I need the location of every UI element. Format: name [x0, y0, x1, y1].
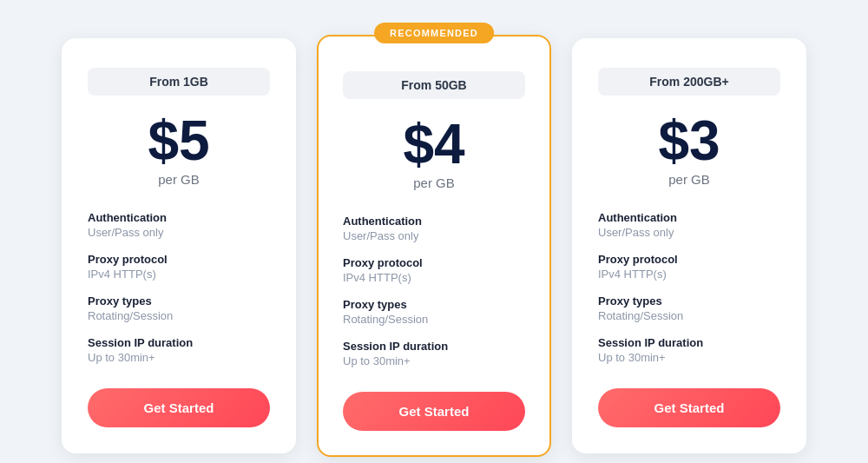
get-started-button[interactable]: Get Started: [343, 392, 525, 431]
feature-label: Proxy types: [598, 294, 780, 308]
feature-value: User/Pass only: [598, 226, 780, 239]
feature-label: Authentication: [598, 211, 780, 224]
feature-label: Authentication: [88, 211, 270, 224]
feature-value: User/Pass only: [88, 226, 270, 239]
feature-label: Proxy protocol: [598, 253, 780, 266]
price-unit: per GB: [88, 172, 270, 187]
features-list: Authentication User/Pass only Proxy prot…: [88, 211, 270, 364]
tier-label: From 50GB: [343, 71, 525, 99]
feature-value: IPv4 HTTP(s): [598, 268, 780, 281]
feature-item: Proxy types Rotating/Session: [88, 294, 270, 322]
feature-value: Up to 30min+: [343, 354, 525, 367]
feature-item: Session IP duration Up to 30min+: [598, 336, 780, 364]
pricing-container: From 1GB $5 per GB Authentication User/P…: [0, 0, 868, 463]
features-list: Authentication User/Pass only Proxy prot…: [343, 215, 525, 367]
price-unit: per GB: [598, 172, 780, 187]
feature-item: Proxy protocol IPv4 HTTP(s): [598, 253, 780, 281]
price-amount: $3: [598, 113, 780, 169]
feature-value: Up to 30min+: [598, 351, 780, 364]
features-list: Authentication User/Pass only Proxy prot…: [598, 211, 780, 364]
feature-value: User/Pass only: [343, 229, 525, 242]
feature-item: Proxy types Rotating/Session: [343, 298, 525, 326]
price-amount: $4: [343, 116, 525, 172]
price-unit: per GB: [343, 175, 525, 190]
pricing-card-recommended: RECOMMENDEDFrom 50GB $4 per GB Authentic…: [317, 35, 551, 457]
feature-value: Rotating/Session: [88, 309, 270, 322]
feature-value: Rotating/Session: [598, 309, 780, 322]
price-section: $5 per GB: [88, 113, 270, 187]
price-amount: $5: [88, 113, 270, 169]
feature-label: Session IP duration: [598, 336, 780, 349]
feature-value: IPv4 HTTP(s): [343, 271, 525, 284]
feature-label: Proxy types: [343, 298, 525, 311]
pricing-card-enterprise: From 200GB+ $3 per GB Authentication Use…: [572, 38, 806, 453]
price-section: $3 per GB: [598, 113, 780, 187]
feature-item: Session IP duration Up to 30min+: [88, 336, 270, 364]
recommended-badge: RECOMMENDED: [374, 23, 494, 43]
feature-label: Proxy protocol: [88, 253, 270, 266]
feature-item: Authentication User/Pass only: [598, 211, 780, 239]
feature-item: Proxy protocol IPv4 HTTP(s): [343, 256, 525, 284]
feature-label: Proxy types: [88, 294, 270, 308]
get-started-button[interactable]: Get Started: [598, 388, 780, 427]
feature-item: Proxy types Rotating/Session: [598, 294, 780, 322]
pricing-card-basic: From 1GB $5 per GB Authentication User/P…: [62, 38, 296, 453]
feature-value: Rotating/Session: [343, 313, 525, 326]
tier-label: From 1GB: [88, 68, 270, 96]
price-section: $4 per GB: [343, 116, 525, 190]
feature-item: Session IP duration Up to 30min+: [343, 340, 525, 367]
feature-label: Session IP duration: [88, 336, 270, 349]
feature-value: Up to 30min+: [88, 351, 270, 364]
feature-value: IPv4 HTTP(s): [88, 268, 270, 281]
tier-label: From 200GB+: [598, 68, 780, 96]
feature-item: Authentication User/Pass only: [88, 211, 270, 239]
feature-item: Proxy protocol IPv4 HTTP(s): [88, 253, 270, 281]
feature-label: Authentication: [343, 215, 525, 228]
get-started-button[interactable]: Get Started: [88, 388, 270, 427]
feature-item: Authentication User/Pass only: [343, 215, 525, 242]
feature-label: Proxy protocol: [343, 256, 525, 269]
feature-label: Session IP duration: [343, 340, 525, 353]
